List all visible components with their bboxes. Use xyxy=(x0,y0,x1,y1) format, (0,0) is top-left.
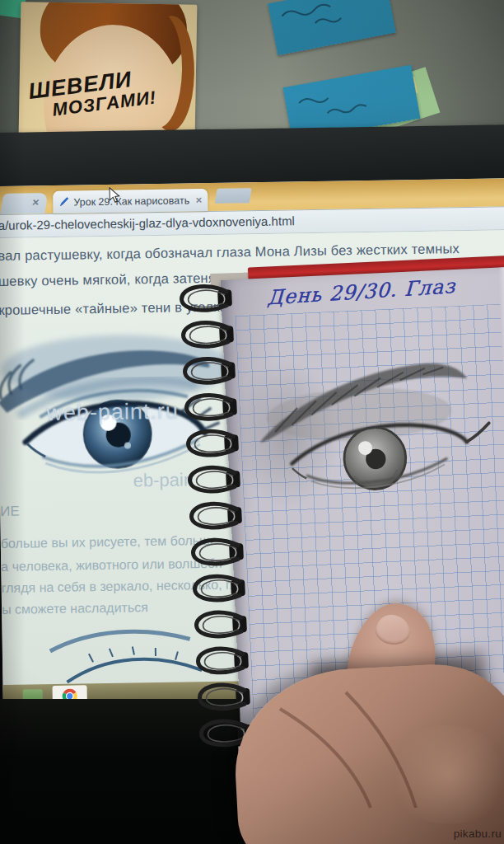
browser-tab-active[interactable]: Урок 29. Как нарисовать × xyxy=(53,189,208,213)
mouse-cursor-icon xyxy=(109,187,121,205)
site-watermark: pikabu.ru xyxy=(454,828,502,840)
article-line-faded: ы сможете насладиться xyxy=(2,600,148,617)
handwritten-caption: День 29/30. Глаз xyxy=(267,274,456,310)
pencil-eye-sketch xyxy=(239,316,502,504)
image-watermark: web-paint.ru xyxy=(46,399,179,427)
sticky-note-blue-top xyxy=(268,0,396,55)
poster: ШЕВЕЛИ МОЗГАМИ! xyxy=(19,2,198,138)
close-icon[interactable]: × xyxy=(196,194,203,206)
article-line-faded: больше вы их рисуете, тем больше xyxy=(1,533,217,551)
close-icon[interactable]: × xyxy=(31,195,40,209)
palm-creases xyxy=(247,676,494,841)
handwriting-squiggle xyxy=(268,0,396,55)
tab-title: Урок 29. Как нарисовать xyxy=(73,195,192,208)
poster-head-hair-side xyxy=(147,16,195,132)
section-heading-fragment: ИЕ xyxy=(0,504,20,520)
photo-of-desk: ШЕВЕЛИ МОЗГАМИ! × xyxy=(0,0,504,844)
browser-tab-background[interactable]: × xyxy=(0,193,48,214)
pencil-favicon-icon xyxy=(58,197,69,208)
new-tab-button[interactable] xyxy=(215,188,252,204)
